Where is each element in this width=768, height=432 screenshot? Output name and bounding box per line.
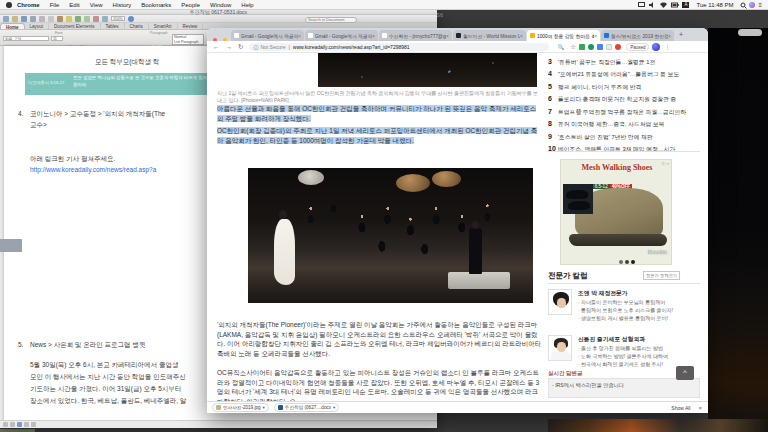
hyperlink-icon[interactable] <box>93 16 99 22</box>
address-bar[interactable]: ⓘ Not Secure | www.koreadaily.com/news/r… <box>249 43 549 51</box>
doc-clipped-line: 모든 학부모(대학생 학 <box>95 56 207 67</box>
tab-layout[interactable]: Layout <box>25 23 50 29</box>
wifi-icon[interactable] <box>660 2 667 8</box>
word-zoom-field[interactable]: 150% <box>111 16 125 21</box>
tab-gmail-3[interactable]: M수신확인 - jinnycho777@gmai..× <box>379 30 452 41</box>
tab-charts[interactable]: Charts <box>125 23 149 29</box>
menu-app-name[interactable]: Chrome <box>12 2 45 8</box>
font-size-select[interactable]: 11 <box>51 36 63 41</box>
notification-center-icon[interactable]: ≡ <box>758 2 762 8</box>
show-all-button[interactable]: Show All <box>671 405 690 411</box>
extension-icon[interactable] <box>579 44 585 50</box>
paste-icon[interactable] <box>57 16 63 22</box>
columnist-name[interactable]: 조앤 박 재정전문가 <box>578 289 700 298</box>
extension-icon[interactable] <box>588 44 594 50</box>
menu-people[interactable]: People <box>176 2 205 8</box>
scrollbar-thumb[interactable] <box>0 239 22 252</box>
menu-help[interactable]: Help <box>236 2 258 8</box>
spotlight-icon[interactable] <box>740 2 747 8</box>
forward-icon[interactable]: → <box>226 43 233 50</box>
tab-tables[interactable]: Tables <box>101 23 125 29</box>
live-reply-item[interactable]: - IRS에서 택스리펀을 안줍니다 <box>548 378 700 398</box>
conductor <box>469 228 482 274</box>
columnist-links[interactable]: 자녀들이 준비하는 부모님의 롱텀케어 롱텀케어 보험으로 노후 리스크를 줄이… <box>578 298 703 322</box>
extension-icon[interactable] <box>597 44 603 50</box>
tab-review[interactable]: Review <box>178 23 204 29</box>
back-icon[interactable]: ← <box>213 43 220 50</box>
menu-bookmarks[interactable]: Bookmarks <box>136 2 176 8</box>
bookmark-star-icon[interactable]: ☆ <box>570 43 576 51</box>
chevron-down-icon[interactable]: ▾ <box>263 405 265 410</box>
tab-document-elements[interactable]: Document Elements <box>49 23 101 29</box>
new-tab-button[interactable]: + <box>679 31 683 38</box>
view-fullscreen-icon[interactable] <box>31 422 36 427</box>
color-swatches[interactable] <box>619 250 637 268</box>
print-icon[interactable] <box>30 16 36 22</box>
menu-history[interactable]: History <box>108 2 137 8</box>
volume-icon[interactable] <box>649 2 656 8</box>
download-chip[interactable]: 주간작업 (0627....docx ▾ <box>274 403 340 412</box>
display-icon[interactable] <box>638 2 645 8</box>
font-name-select[interactable]: 맑은 고딕 <box>3 36 49 41</box>
close-tab-icon[interactable]: × <box>372 33 375 39</box>
help-icon[interactable] <box>128 16 134 22</box>
menu-window[interactable]: Window <box>205 2 236 8</box>
experts-more-button[interactable]: 전문가 전체보기 <box>643 271 680 280</box>
chevron-down-icon[interactable]: ▾ <box>333 405 335 410</box>
menu-clock[interactable]: Tue 11:48 PM <box>691 2 738 8</box>
download-chip[interactable]: 인사사진-2019.jpg ▾ <box>212 403 269 412</box>
article-paragraph-3: '의지의 개척자들(The Pioneer)'이라는 주제로 열린 이날 음악회… <box>217 320 543 358</box>
tab-gmail-1[interactable]: MGmail - Google에서 제공하는 무..× <box>231 30 304 41</box>
extension-icon[interactable] <box>615 44 621 50</box>
close-downloads-icon[interactable]: × <box>698 405 702 411</box>
view-outline-icon[interactable] <box>10 422 15 427</box>
tab-gmail-2[interactable]: MGmail - Google에서 제공하는 무..× <box>305 30 378 41</box>
redo-icon[interactable] <box>84 16 90 22</box>
input-source-icon[interactable]: A <box>682 2 689 8</box>
cut-icon[interactable] <box>39 16 45 22</box>
styles-gallery[interactable]: Normal List Paragraph <box>172 34 204 45</box>
close-tab-icon[interactable]: × <box>594 33 597 39</box>
menu-kebab-icon[interactable]: ⋮ <box>664 43 670 50</box>
profile-avatar[interactable] <box>652 43 660 51</box>
extension-icon[interactable] <box>606 44 612 50</box>
word-search-input[interactable] <box>305 17 357 23</box>
close-tab-icon[interactable]: × <box>446 33 449 39</box>
columnist-links[interactable]: 출산 후 망가진 몸매를 되돌리는 방법 노화 극복하는 방법! 샐몬주사에 대… <box>578 344 703 368</box>
shoe-ad[interactable]: ⓘ × Mesh Walking Shoes US SIZE : 6.5-124… <box>560 159 672 265</box>
ranking-item[interactable]: 10베이조스, 맨해튼 아파트 3채 매입 예정…시가 <box>548 137 703 155</box>
scroll-to-top-button[interactable]: ^ <box>676 366 694 380</box>
reload-icon[interactable]: ↻ <box>238 43 243 51</box>
menu-edit[interactable]: Edit <box>64 2 84 8</box>
tab-koreadaily-active[interactable]: 1000여 청중 감동 한마음 축제 - 미주 중× <box>527 30 600 41</box>
save-icon[interactable] <box>21 16 27 22</box>
close-tab-icon[interactable]: × <box>668 33 671 39</box>
close-tab-icon[interactable]: × <box>520 33 523 39</box>
column-link: 출산 후 망가진 몸매를 되돌리는 방법 <box>578 344 703 352</box>
open-icon[interactable] <box>12 16 18 22</box>
close-tab-icon[interactable]: × <box>298 33 301 39</box>
view-draft-icon[interactable] <box>3 422 8 427</box>
columnist-name[interactable]: 신동진 줄기세포 성형외과 <box>578 335 700 344</box>
style-list-paragraph[interactable]: List Paragraph <box>174 40 202 45</box>
view-print-layout-icon[interactable] <box>17 422 22 427</box>
workspace-pill[interactable] <box>738 29 762 36</box>
menu-file[interactable]: File <box>45 2 65 8</box>
paused-badge[interactable]: Paused <box>626 43 649 51</box>
tab-world-mission[interactable]: 월드미션 - World Mission Un..× <box>453 30 526 41</box>
battery-icon[interactable] <box>671 2 678 8</box>
tab-smartart[interactable]: SmartArt <box>149 23 178 29</box>
copy-icon[interactable] <box>48 16 54 22</box>
zoom-page-icon[interactable]: 🔍 <box>557 44 564 50</box>
tab-home[interactable]: Home <box>0 23 25 29</box>
format-painter-icon[interactable] <box>66 16 72 22</box>
view-notebook-icon[interactable] <box>24 422 29 427</box>
live-replies-label[interactable]: 실시간 답변글 <box>548 370 583 377</box>
undo-icon[interactable] <box>75 16 81 22</box>
tab-health-listing[interactable]: 헬스/뷰티업소 2019 한인업소록..× <box>601 30 674 41</box>
siri-icon[interactable] <box>749 2 755 8</box>
menu-view[interactable]: View <box>85 2 108 8</box>
new-document-icon[interactable] <box>3 16 9 22</box>
table-icon[interactable] <box>102 16 108 22</box>
info-icon[interactable]: ⓘ <box>253 44 258 50</box>
